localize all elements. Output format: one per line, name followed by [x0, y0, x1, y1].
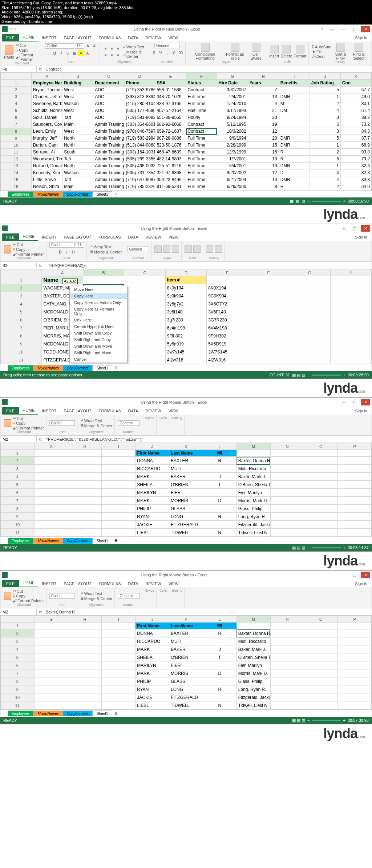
copy-button[interactable]: ⎘ Copy	[13, 247, 44, 252]
cell[interactable]: MARILYN	[136, 489, 169, 497]
col-header[interactable]: I	[102, 443, 136, 450]
percent-icon[interactable]: %	[158, 50, 163, 56]
cell[interactable]	[279, 114, 310, 121]
cell[interactable]: Nelson, Shira	[32, 183, 62, 190]
row-header[interactable]: 10	[1, 521, 35, 529]
row-header[interactable]: 6	[1, 114, 32, 121]
cell[interactable]: 4	[310, 169, 340, 176]
cell[interactable]: 20	[248, 114, 279, 121]
border-button[interactable]: ▦	[72, 50, 77, 56]
cell[interactable]: (719) 647-9087	[124, 176, 155, 183]
worksheet-grid[interactable]: GHIJKLMNOP1First NameLast NameMI2DONNABA…	[0, 616, 372, 709]
table-header[interactable]: Department	[93, 80, 124, 87]
cell[interactable]: 21	[248, 107, 279, 114]
menu-item[interactable]: Copy Here as Values Only	[70, 299, 127, 306]
cell[interactable]: 9F9H302	[207, 332, 248, 340]
cell[interactable]: R	[279, 183, 310, 190]
row-header[interactable]: 3	[1, 637, 35, 645]
cell[interactable]: Glass, Philip	[236, 505, 270, 513]
cell[interactable]: LIESL	[136, 701, 169, 709]
cell[interactable]: MUTI	[169, 465, 203, 473]
row-header[interactable]: 8	[1, 505, 35, 513]
data-tab[interactable]: DATA	[125, 407, 142, 415]
cell[interactable]	[279, 87, 310, 93]
minimize-icon[interactable]: −	[339, 572, 348, 578]
minimize-icon[interactable]: −	[339, 26, 348, 32]
cell[interactable]: 8k0y194	[165, 284, 206, 292]
tab-sheet1[interactable]: Sheet1	[93, 711, 112, 716]
close-icon[interactable]: ✕	[361, 399, 370, 405]
cell[interactable]	[203, 677, 236, 685]
cell[interactable]: Admin Training	[93, 149, 124, 156]
close-icon[interactable]: ✕	[361, 26, 370, 32]
row-header[interactable]: 7	[1, 669, 35, 677]
cell[interactable]: Taft	[62, 156, 93, 163]
row-header[interactable]: 7	[1, 497, 35, 505]
cell[interactable]: 4	[310, 176, 340, 183]
row-header[interactable]: 9	[1, 513, 35, 521]
tab-employees[interactable]: Employees	[8, 191, 33, 197]
col-header[interactable]: N	[270, 616, 304, 623]
cell[interactable]: Watson	[62, 169, 93, 176]
row-header[interactable]: 2	[1, 87, 32, 93]
cell[interactable]: (505) 731-7354	[124, 169, 155, 176]
row-header[interactable]: 16	[1, 183, 32, 190]
font-select[interactable]: Calibri	[45, 43, 74, 49]
col-header[interactable]: G	[217, 73, 248, 80]
cell[interactable]: DMR	[279, 135, 310, 142]
cell[interactable]: Contract	[186, 87, 217, 93]
wrap-text-button[interactable]: ⤶ Wrap Text	[80, 591, 113, 596]
worksheet-grid[interactable]: ABCDEFGHIJK1Employee NameBuildingDepartm…	[0, 73, 372, 190]
col-header[interactable]	[1, 73, 32, 80]
cell[interactable]: 523-50-1876	[155, 142, 186, 149]
cell[interactable]: (393) 813-8394	[124, 93, 155, 100]
maximize-icon[interactable]: ▢	[350, 572, 359, 578]
cell[interactable]: 9f9h302	[165, 332, 206, 340]
cell[interactable]: 3v6f140	[165, 308, 206, 316]
cell[interactable]: (303) 364-6601	[124, 121, 155, 128]
format-table-button[interactable]: Format as Table	[223, 43, 247, 60]
tab-mixednames[interactable]: MixedNames	[33, 538, 62, 544]
fontcolor-button[interactable]: A	[85, 50, 90, 56]
table-header[interactable]: Phone	[124, 80, 155, 87]
cell[interactable]: MORRIS	[169, 669, 203, 677]
formula-bar[interactable]: =PROPER(K2&", "&J2&IF(ISBLANK(L2),""," "…	[44, 436, 372, 442]
cell[interactable]	[203, 693, 236, 701]
zoom-slider[interactable]	[312, 375, 341, 376]
cell[interactable]: Admin Training	[93, 135, 124, 142]
cell[interactable]: 12/3/1999	[217, 149, 248, 156]
paste-button[interactable]	[4, 419, 11, 427]
menu-item[interactable]: Create Hyperlink Here	[70, 323, 127, 330]
cell[interactable]: TIDWELL	[169, 701, 203, 709]
cell[interactable]: LONG	[169, 685, 203, 693]
cell[interactable]: 10/3/2002	[217, 128, 248, 135]
cell[interactable]	[203, 521, 236, 529]
cell[interactable]: 1/24/2010	[217, 100, 248, 107]
cell[interactable]	[279, 121, 310, 128]
row-header[interactable]: 14	[1, 169, 32, 176]
col-header[interactable]: H	[68, 443, 102, 450]
merge-center-button[interactable]: ⊞ Merge & Center	[80, 423, 113, 428]
cell[interactable]: Taft	[62, 176, 93, 183]
format-table-button[interactable]	[163, 245, 170, 253]
col-header[interactable]: L	[203, 443, 236, 450]
cell[interactable]: Full Time	[186, 169, 217, 176]
tab-mixednames[interactable]: MixedNames	[33, 711, 62, 716]
pagelayout-tab[interactable]: PAGE LAYOUT	[60, 580, 95, 587]
cell[interactable]: (303) 164-1031	[124, 149, 155, 156]
cell[interactable]: 57,7	[340, 87, 371, 93]
cell[interactable]: Fier, Marilyn	[236, 661, 270, 669]
cell[interactable]: T	[203, 653, 236, 661]
cell[interactable]: PHILIP	[136, 677, 169, 685]
col-header[interactable]: L	[203, 616, 236, 623]
cell[interactable]: 8	[248, 183, 279, 190]
col-header[interactable]: J	[310, 73, 340, 80]
name-box[interactable]: B2	[0, 263, 37, 268]
cell[interactable]: 3g7r230	[165, 316, 206, 324]
cell[interactable]: R	[203, 457, 236, 465]
cond-format-button[interactable]	[154, 245, 162, 253]
row-header[interactable]: 1	[1, 80, 32, 87]
row-header[interactable]: 4	[1, 300, 42, 308]
formula-bar[interactable]: Contract	[44, 66, 372, 72]
cell[interactable]: North	[62, 135, 93, 142]
